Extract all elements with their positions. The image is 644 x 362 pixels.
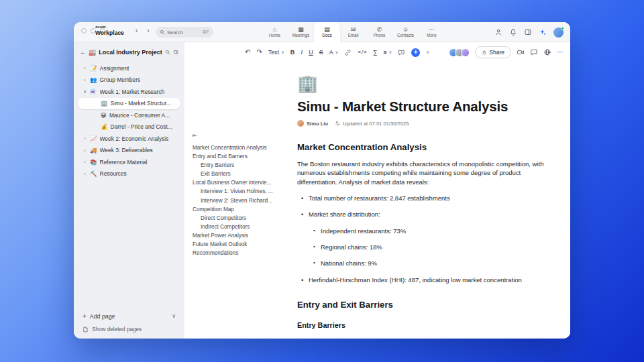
outline-item[interactable]: Entry and Exit Barriers [193, 152, 292, 161]
nav-tab[interactable]: ✉ Email [340, 22, 366, 42]
outline-item[interactable]: Local Business Owner Intervie... [193, 178, 292, 187]
add-page-caret-icon[interactable]: ∨ [172, 313, 176, 319]
code-block-icon[interactable]: </> [358, 50, 367, 55]
chevron-icon[interactable]: › [83, 78, 87, 82]
outline-item[interactable]: Direct Competitors [193, 214, 292, 223]
doc-blocks: Market Concentration AnalysisThe Boston … [297, 142, 561, 339]
nav-forward-button[interactable]: › [147, 27, 149, 34]
strikethrough-button[interactable]: S [319, 50, 323, 56]
doc-block[interactable]: Market share distribution: [297, 210, 561, 219]
nav-tab-label: Contacts [397, 34, 414, 38]
doc-block[interactable]: Herfindahl-Hirschman Index (HHI): 487, i… [297, 276, 561, 285]
doc-block[interactable]: Independent restaurants: 73% [297, 227, 561, 236]
text-color-dropdown[interactable]: A ∨ [329, 49, 339, 56]
collaborator-avatars [449, 48, 470, 57]
outline-item[interactable]: Indirect Competitors [193, 223, 292, 231]
panel-toggle-icon[interactable] [524, 28, 532, 36]
doc-main-area: ↶ ↷ Text ∨ B I U S A ∨ </> ∑ ≡ ∨ + ∧ [184, 42, 570, 339]
profile-icon[interactable] [494, 28, 502, 36]
chevron-icon[interactable]: › [83, 172, 87, 176]
item-emoji-icon: 🚚 [90, 147, 97, 154]
video-camera-icon[interactable] [517, 48, 525, 56]
doc-block[interactable]: High initial capital requirements ($275,… [297, 337, 561, 339]
search-input[interactable] [167, 29, 194, 36]
chevron-icon[interactable]: › [83, 136, 87, 141]
redo-icon[interactable]: ↷ [256, 49, 262, 56]
user-avatar[interactable] [553, 27, 564, 38]
nav-tab-label: More [427, 34, 436, 38]
nav-tab[interactable]: ⋯ More [419, 22, 445, 42]
outline-item[interactable]: Future Market Outlook [193, 240, 292, 249]
page-tree: › 📝 Assignment › 👥 Group Members ∨ ⚗️ We… [74, 62, 184, 180]
outline-item[interactable]: Recommendations [193, 249, 292, 257]
nav-tab[interactable]: ☺ Contacts [392, 22, 419, 42]
sidebar-item[interactable]: 💰 Darrel - Price and Cost... [74, 121, 184, 133]
outline-item[interactable]: Interview 1: Vivian Holmes, ... [193, 187, 292, 196]
nav-tab[interactable]: ⌂ Home [262, 22, 288, 42]
doc-block[interactable]: National chains: 9% [297, 259, 561, 268]
doc-content[interactable]: 🏢 Simu - Market Structure Analysis Simu … [297, 62, 561, 339]
outline-item[interactable]: Entry Barriers [193, 161, 292, 170]
chevron-icon[interactable]: ∨ [83, 89, 87, 95]
sidebar-item[interactable]: › 📚 Reference Material [74, 156, 184, 168]
more-options-icon[interactable]: ⋯ [557, 49, 564, 56]
outline-item[interactable]: Interview 2: Steven Richard... [193, 196, 292, 205]
nav-back-button[interactable]: ‹ [136, 27, 138, 34]
sidebar-item[interactable]: › 📝 Assignment [74, 62, 184, 74]
chat-icon[interactable] [530, 48, 538, 56]
nav-tab-icon: ⋯ [429, 27, 435, 33]
show-deleted-pages-button[interactable]: Show deleted pages [74, 326, 184, 333]
nav-tab[interactable]: ▤ Docs [314, 22, 340, 42]
doc-title[interactable]: Simu - Market Structure Analysis [297, 99, 561, 115]
bold-button[interactable]: B [290, 50, 295, 56]
sidebar-search-icon[interactable] [165, 49, 170, 56]
outline-item[interactable]: Market Concentration Analysis [193, 143, 292, 152]
link-icon[interactable] [344, 49, 352, 56]
notifications-bell-icon[interactable] [509, 28, 517, 36]
sidebar-item[interactable]: ∨ ⚗️ Week 1: Market Research [74, 86, 184, 98]
add-page-button[interactable]: + Add page ∨ [74, 312, 184, 320]
sidebar-item[interactable]: › 🚚 Week 3: Deliverables [74, 145, 184, 157]
sidebar-panel-icon[interactable] [173, 49, 178, 56]
doc-block[interactable]: Regional chains: 18% [297, 243, 561, 252]
sidebar-item[interactable]: › 📈 Week 2: Economic Analysis [74, 133, 184, 145]
doc-block[interactable]: Entry Barriers [297, 321, 561, 329]
doc-block[interactable]: Entry and Exit Barriers [297, 300, 561, 310]
comment-icon[interactable] [398, 49, 405, 56]
share-button[interactable]: Share [475, 46, 511, 58]
doc-block[interactable]: Market Concentration Analysis [297, 142, 561, 152]
sidebar-back-icon[interactable]: ← [80, 49, 86, 56]
doc-block[interactable]: The Boston restaurant industry exhibits … [297, 160, 561, 186]
italic-button[interactable]: I [301, 50, 303, 56]
collapse-toolbar-icon[interactable]: ∧ [426, 50, 429, 55]
outline-item[interactable]: Competition Map [193, 205, 292, 214]
outline-item[interactable]: Market Power Analysis [193, 231, 292, 240]
globe-icon[interactable] [543, 48, 551, 56]
collaborator-avatar[interactable] [461, 48, 470, 57]
chevron-icon[interactable]: › [83, 160, 87, 164]
outline-item[interactable]: Exit Barriers [193, 170, 292, 178]
nav-tab[interactable]: ▦ Meetings [288, 22, 314, 42]
chevron-icon[interactable]: › [83, 148, 87, 153]
doc-scroll-area[interactable]: ⇤ Market Concentration AnalysisEntry and… [184, 62, 570, 339]
sidebar-item[interactable]: › 👥 Group Members [74, 74, 184, 86]
close-button[interactable] [81, 28, 87, 34]
text-style-dropdown[interactable]: Text ∨ [268, 49, 284, 56]
align-dropdown[interactable]: ≡ ∨ [383, 49, 392, 56]
sidebar-item-label: Assignment [100, 65, 129, 72]
item-emoji-icon: 📚 [90, 160, 97, 166]
logo-line1: zoom [95, 25, 124, 29]
ai-companion-icon[interactable] [539, 28, 547, 36]
sidebar-item[interactable]: 😀 Maurice - Consumer A... [74, 109, 184, 121]
sidebar-item[interactable]: › ⛏️ Resources [74, 168, 184, 180]
insert-plus-button[interactable]: + [411, 48, 420, 57]
underline-button[interactable]: U [309, 50, 313, 56]
formula-icon[interactable]: ∑ [373, 50, 377, 56]
outline-collapse-icon[interactable]: ⇤ [193, 132, 292, 139]
chevron-icon[interactable]: › [83, 66, 87, 70]
nav-tab[interactable]: ✆ Phone [366, 22, 392, 42]
undo-icon[interactable]: ↶ [245, 49, 250, 56]
sidebar-item[interactable]: 🏢 Simu - Market Structur... [78, 98, 180, 110]
global-search[interactable]: ⌘F [156, 27, 213, 38]
doc-block[interactable]: Total number of restaurants: 2,847 estab… [297, 194, 561, 203]
